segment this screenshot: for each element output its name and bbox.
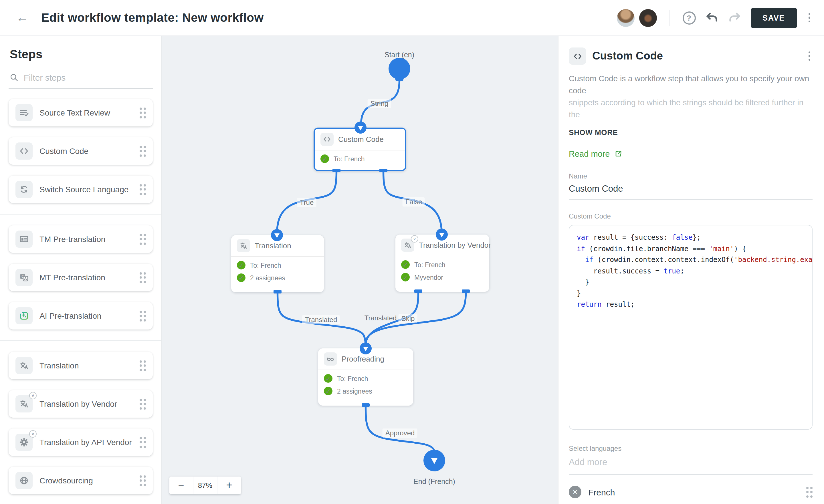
more-options-button[interactable] <box>806 11 813 25</box>
step-label: Translation by Vendor <box>39 399 117 408</box>
node-custom-code[interactable]: Custom Code ✓To: French <box>314 127 406 171</box>
custom-code-icon <box>569 47 586 65</box>
drag-handle[interactable] <box>806 487 813 497</box>
description-line: snippets according to which the strings … <box>569 97 813 121</box>
remove-language-button[interactable]: ✕ <box>569 486 581 498</box>
vendor-badge: v <box>29 392 37 399</box>
back-arrow-icon[interactable]: ← <box>16 10 29 25</box>
switch-source-language-icon <box>15 181 33 198</box>
code-field-label: Custom Code <box>569 212 813 220</box>
step-card-crowdsourcing[interactable]: Crowdsourcing <box>9 467 153 494</box>
help-button[interactable]: ? <box>682 11 696 24</box>
step-label: Switch Source Language <box>39 185 128 194</box>
steps-list: Source Text Review Custom Code Switch So… <box>9 99 153 494</box>
edge-label-string: String <box>368 99 391 108</box>
sidebar-heading: Steps <box>10 47 151 61</box>
name-input[interactable] <box>569 180 813 200</box>
start-node-label: Start (en) <box>385 51 414 59</box>
ai-pretranslation-icon <box>15 307 33 324</box>
node-proofreading[interactable]: Proofreading ✓To: French ✓2 assignees <box>318 348 413 406</box>
drag-handle[interactable] <box>139 475 146 486</box>
drag-handle[interactable] <box>139 437 146 448</box>
step-card-ai-pretranslation[interactable]: AI Pre-translation <box>9 302 153 329</box>
step-card-switch-source-language[interactable]: Switch Source Language <box>9 176 153 203</box>
code-line: if (crowdin.context.context.indexOf('bac… <box>577 255 812 266</box>
edge-label-approved: Approved <box>383 428 418 438</box>
external-link-icon <box>614 150 622 158</box>
avatar <box>617 9 634 27</box>
drag-handle[interactable] <box>139 272 146 283</box>
step-label: Crowdsourcing <box>39 476 93 485</box>
node-title: Custom Code <box>338 135 384 143</box>
filter-steps-input[interactable] <box>24 73 151 82</box>
code-line: if (crowdin.file.branchName === 'main') … <box>577 243 812 255</box>
tm-pretranslation-icon <box>15 230 33 248</box>
name-field-label: Name <box>569 172 813 180</box>
port <box>395 77 403 81</box>
undo-button[interactable] <box>705 11 718 25</box>
node-detail: 2 assignees <box>250 274 285 281</box>
workflow-canvas[interactable]: Custom Code ✓To: French Translation ✓To:… <box>162 36 558 504</box>
step-card-translation-by-api-vendor[interactable]: v Translation by API Vendor <box>9 428 153 456</box>
check-icon: ✓ <box>324 374 332 383</box>
help-icon: ? <box>682 11 696 24</box>
group-divider <box>0 340 162 341</box>
show-more-button[interactable]: SHOW MORE <box>569 128 813 137</box>
select-languages-label: Select languages <box>569 444 813 452</box>
step-label: Source Text Review <box>39 108 110 117</box>
node-detail: Myvendor <box>414 274 443 281</box>
drag-handle[interactable] <box>139 360 146 371</box>
translation-icon <box>15 357 33 374</box>
translation-icon <box>237 239 250 252</box>
step-options-button[interactable] <box>806 49 813 63</box>
step-label: Translation by API Vendor <box>39 438 132 447</box>
search-icon <box>10 73 19 82</box>
step-card-translation[interactable]: Translation <box>9 352 153 379</box>
read-more-link[interactable]: Read more <box>569 149 813 159</box>
redo-icon <box>728 11 741 25</box>
drag-handle[interactable] <box>139 398 146 409</box>
check-icon: ✓ <box>320 155 329 163</box>
edge-label-translated: Translated <box>302 315 340 324</box>
save-button[interactable]: SAVE <box>750 8 797 28</box>
step-card-source-text-review[interactable]: Source Text Review <box>9 99 153 126</box>
step-card-translation-by-vendor[interactable]: v Translation by Vendor <box>9 390 153 418</box>
code-line: return result; <box>577 299 812 310</box>
node-translation[interactable]: Translation ✓To: French ✓2 assignees <box>231 235 324 292</box>
node-title: Proofreading <box>342 355 384 363</box>
end-node[interactable] <box>423 449 445 471</box>
code-line: result.success = true; <box>577 266 812 277</box>
language-name: French <box>588 487 615 497</box>
drag-handle[interactable] <box>139 184 146 195</box>
check-icon: ✓ <box>401 260 410 269</box>
steps-sidebar: Steps Source Text Review <box>0 36 162 504</box>
check-icon: ✓ <box>324 387 332 395</box>
code-line: var result = {success: false}; <box>577 232 812 243</box>
step-label: MT Pre-translation <box>39 273 105 282</box>
custom-code-icon <box>15 142 33 160</box>
drag-handle[interactable] <box>139 234 146 244</box>
drag-handle[interactable] <box>139 145 146 157</box>
step-card-mt-pretranslation[interactable]: G MT Pre-translation <box>9 264 153 291</box>
node-title: Translation by Vendor <box>419 241 491 249</box>
zoom-in-button[interactable]: + <box>217 477 241 494</box>
start-node[interactable] <box>389 58 410 80</box>
divider <box>669 10 670 26</box>
translation-by-vendor-icon: v <box>15 395 33 412</box>
filter-steps-field[interactable] <box>9 70 153 89</box>
step-label: Translation <box>39 361 79 370</box>
node-translation-by-vendor[interactable]: v Translation by Vendor ✓To: French ✓Myv… <box>395 234 489 292</box>
zoom-out-button[interactable]: − <box>169 477 193 494</box>
step-card-custom-code[interactable]: Custom Code <box>9 137 153 165</box>
redo-button[interactable] <box>728 11 741 25</box>
node-detail: To: French <box>337 375 368 382</box>
code-line: } <box>577 277 812 288</box>
custom-code-editor[interactable]: var result = {success: false};if (crowdi… <box>569 225 813 430</box>
vendor-badge: v <box>29 430 37 438</box>
drag-handle[interactable] <box>139 310 146 321</box>
translation-by-vendor-icon: v <box>401 238 414 252</box>
step-card-tm-pretranslation[interactable]: TM Pre-translation <box>9 225 153 253</box>
add-language-input[interactable] <box>569 452 813 475</box>
check-icon: ✓ <box>237 261 245 270</box>
drag-handle[interactable] <box>139 107 146 118</box>
